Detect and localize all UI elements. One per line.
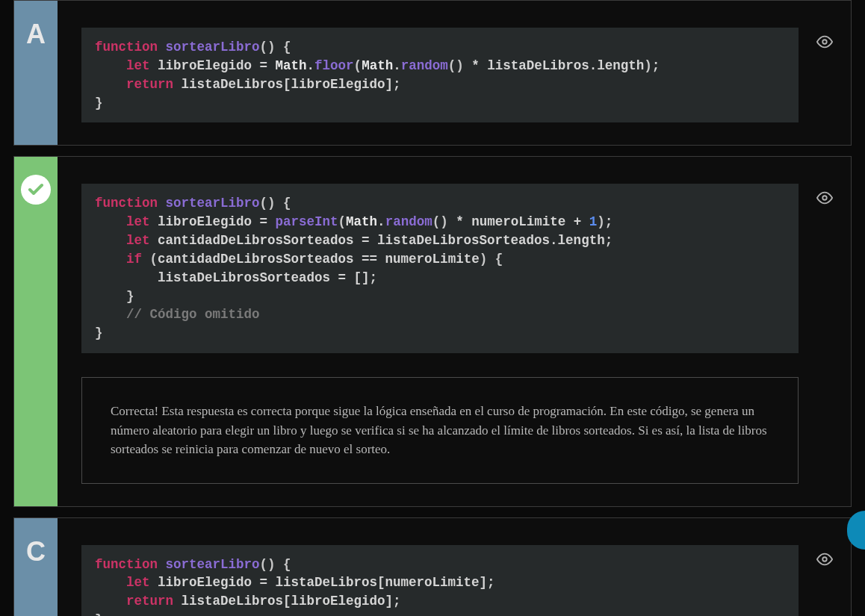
answer-body: function sortearLibro() { let libroElegi… — [58, 1, 851, 145]
eye-icon[interactable] — [816, 34, 833, 53]
answer-option-c[interactable]: C function sortearLibro() { let libroEle… — [13, 517, 852, 616]
answer-sidebar-b — [14, 157, 58, 505]
check-icon — [21, 175, 51, 205]
svg-point-1 — [822, 196, 827, 201]
answer-body: function sortearLibro() { let libroElegi… — [58, 157, 851, 505]
answer-sidebar-a: A — [14, 1, 58, 145]
eye-icon[interactable] — [816, 190, 833, 209]
code-block: function sortearLibro() { let libroElegi… — [81, 545, 799, 616]
svg-point-0 — [822, 40, 827, 44]
answer-sidebar-c: C — [14, 518, 58, 616]
answer-option-b[interactable]: function sortearLibro() { let libroElegi… — [13, 156, 852, 506]
answer-option-a[interactable]: A function sortearLibro() { let libroEle… — [13, 0, 852, 146]
svg-point-2 — [822, 557, 827, 561]
feedback-box: Correcta! Esta respuesta es correcta por… — [81, 377, 799, 484]
answer-letter: C — [26, 536, 46, 567]
answer-letter: A — [26, 19, 46, 50]
answer-body: function sortearLibro() { let libroElegi… — [58, 518, 851, 616]
code-block: function sortearLibro() { let libroElegi… — [81, 28, 799, 122]
eye-icon[interactable] — [816, 551, 833, 570]
code-block: function sortearLibro() { let libroElegi… — [81, 184, 799, 353]
